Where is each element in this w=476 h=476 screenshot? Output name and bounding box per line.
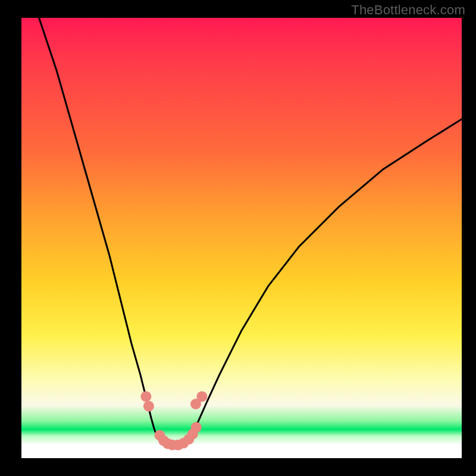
chart-frame: TheBottleneck.com bbox=[0, 0, 476, 476]
highlight-dot bbox=[143, 401, 154, 412]
highlight-dot bbox=[191, 422, 202, 433]
highlight-dot bbox=[140, 391, 151, 402]
bottleneck-curve bbox=[39, 18, 462, 446]
chart-svg bbox=[0, 0, 476, 476]
watermark-text: TheBottleneck.com bbox=[351, 2, 465, 18]
highlight-dot bbox=[196, 391, 207, 402]
